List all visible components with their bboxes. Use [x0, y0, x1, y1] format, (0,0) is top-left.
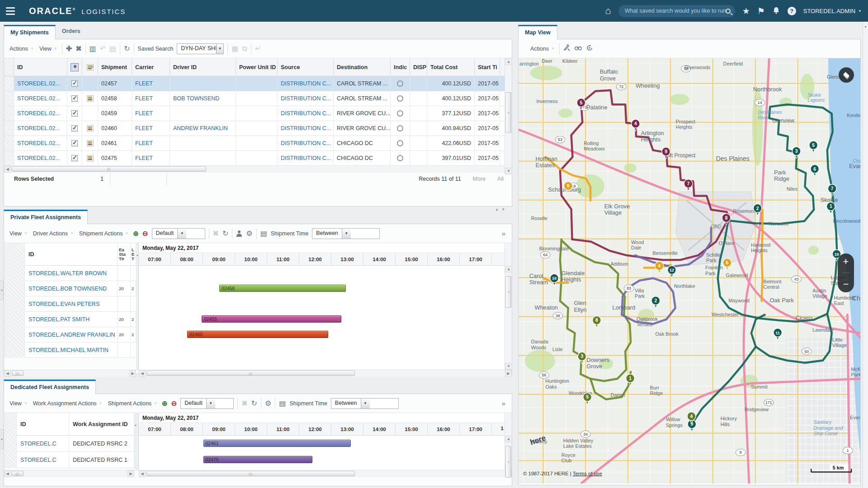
- zoom-in-button[interactable]: +: [838, 257, 854, 267]
- column-header-driver[interactable]: Driver ID: [170, 58, 236, 76]
- gantt-bar-02461[interactable]: 02461: [203, 440, 351, 447]
- scroll-left-icon[interactable]: ◀: [139, 370, 146, 377]
- column-header-gantt[interactable]: [82, 58, 98, 76]
- left-hscrollbar[interactable]: ◀|||▶: [4, 470, 134, 477]
- resource-link[interactable]: STOREDEL.WALTER BROWN: [28, 270, 107, 277]
- flag-icon[interactable]: ⚑: [757, 7, 765, 15]
- legend-list-icon[interactable]: ▤: [260, 230, 267, 237]
- resource-link[interactable]: STOREDEL.MICHAEL MARTIN: [28, 347, 108, 353]
- undo-icon[interactable]: ↶: [100, 45, 106, 52]
- actions-menu[interactable]: Actions▼: [529, 44, 556, 54]
- detach-icon[interactable]: ⧉: [242, 45, 247, 52]
- settings-gear-icon[interactable]: ⚙: [265, 400, 271, 407]
- table-row[interactable]: STOREDEL.02...02461FLEETDISTRIBUTION C..…: [4, 136, 512, 151]
- delete-icon[interactable]: ✖: [75, 45, 81, 52]
- scroll-left-icon[interactable]: ◀: [4, 470, 11, 477]
- cell-link-id[interactable]: STOREDEL.02...: [17, 110, 60, 117]
- map-tools-icon[interactable]: [563, 44, 571, 53]
- table-row[interactable]: STOREDEL.02...02459FLEETDISTRIBUTION C..…: [4, 106, 512, 121]
- tab-orders[interactable]: Orders: [56, 25, 87, 39]
- map-canvas[interactable]: 5872531419836438504317195634172arrington…: [519, 58, 860, 483]
- map-legend-binoculars-icon[interactable]: [574, 45, 582, 52]
- scroll-down-icon[interactable]: ▼: [505, 168, 512, 174]
- settings-gear-icon[interactable]: ⚙: [246, 230, 252, 237]
- search-icon[interactable]: [726, 9, 731, 14]
- table-icon[interactable]: ▦: [231, 45, 238, 52]
- help-icon[interactable]: ?: [788, 7, 796, 15]
- indicator-radio[interactable]: [397, 110, 403, 117]
- map-locate-routes-icon[interactable]: [586, 44, 593, 53]
- shipment-time-select[interactable]: Between▼: [312, 228, 380, 239]
- filter-select[interactable]: Default▼: [152, 228, 205, 239]
- gantt-bar-02475[interactable]: 02475: [203, 456, 312, 463]
- overflow-chevrons-icon[interactable]: »: [502, 230, 507, 237]
- gantt-bar-02460[interactable]: 02460: [187, 331, 328, 338]
- indicator-radio[interactable]: [397, 155, 403, 161]
- clear-icon[interactable]: ✖: [213, 230, 219, 237]
- user-menu[interactable]: STOREDEL.ADMIN ▼: [803, 8, 862, 14]
- cell-link-id[interactable]: STOREDEL.02...: [17, 125, 60, 131]
- gantt-resource-row[interactable]: STOREDEL.ANDREW FRANKLIN202: [4, 327, 136, 343]
- cell-link-driver[interactable]: ANDREW FRANKLIN: [173, 125, 228, 131]
- saved-search-select[interactable]: DYN-DAY SHIF ▼: [177, 43, 224, 54]
- column-header-source[interactable]: Source: [278, 58, 334, 76]
- terms-of-use-link[interactable]: Terms of use: [573, 471, 602, 476]
- tab-my-shipments[interactable]: My Shipments: [4, 25, 56, 39]
- row-checkbox[interactable]: [71, 125, 78, 131]
- left-hscrollbar[interactable]: ◀|||▶: [4, 370, 136, 377]
- cell-link-id[interactable]: STOREDEL.02...: [17, 155, 60, 161]
- cell-link-source[interactable]: DISTRIBUTION C...: [281, 80, 331, 87]
- scroll-right-icon[interactable]: ▶: [127, 470, 134, 477]
- tab-dedicated-fleet-assignments[interactable]: Dedicated Fleet Assignments: [4, 380, 96, 394]
- gantt-chart-area[interactable]: 0246102475: [139, 436, 505, 470]
- gantt-chart-area[interactable]: 024580245502460: [139, 266, 505, 370]
- cell-link-carrier[interactable]: FLEET: [135, 125, 153, 131]
- save-icon[interactable]: ▤: [109, 45, 116, 52]
- cell-link-carrier[interactable]: FLEET: [135, 155, 153, 161]
- row-checkbox[interactable]: [71, 140, 78, 146]
- table-row[interactable]: STOREDEL.02...02457FLEETDISTRIBUTION C..…: [4, 76, 512, 91]
- clear-icon[interactable]: ✖: [241, 400, 247, 407]
- cell-link-source[interactable]: DISTRIBUTION C...: [281, 140, 331, 146]
- shipment-actions-menu[interactable]: Shipment Actions▼: [78, 229, 130, 239]
- driver-icon[interactable]: [236, 230, 242, 237]
- indicator-radio[interactable]: [397, 95, 403, 102]
- chart-hscrollbar[interactable]: ◀|||▶: [139, 470, 512, 477]
- scroll-right-icon[interactable]: ▶: [505, 370, 512, 377]
- column-header-id[interactable]: ID: [14, 58, 67, 76]
- zoom-in-icon[interactable]: ⊕: [162, 400, 168, 407]
- scroll-up-icon[interactable]: ▲: [505, 58, 512, 65]
- shipment-actions-menu[interactable]: Shipment Actions▼: [107, 399, 159, 408]
- notifications-bell-icon[interactable]: [772, 6, 780, 16]
- resource-link[interactable]: STOREDEL.EVAN PETERS: [28, 301, 99, 307]
- cell-link-source[interactable]: DISTRIBUTION C...: [281, 110, 331, 117]
- table-row[interactable]: STOREDEL.02...02475FLEETDISTRIBUTION C..…: [4, 151, 512, 166]
- row-checkbox[interactable]: [71, 110, 78, 117]
- zoom-out-icon[interactable]: ⊖: [142, 230, 148, 237]
- column-header-power[interactable]: Power Unit ID: [236, 58, 278, 76]
- gantt-splitter[interactable]: [134, 436, 139, 470]
- route-line[interactable]: [762, 210, 763, 301]
- scroll-left-icon[interactable]: ◀: [4, 166, 11, 173]
- overflow-chevrons-icon[interactable]: »: [502, 399, 507, 407]
- column-header-chk[interactable]: [67, 58, 82, 76]
- cell-link-source[interactable]: DISTRIBUTION C...: [281, 125, 331, 131]
- refresh-icon[interactable]: ↻: [222, 230, 228, 237]
- column-header-indic[interactable]: Indic: [391, 58, 410, 76]
- cell-link-carrier[interactable]: FLEET: [135, 110, 153, 117]
- chart-hscrollbar[interactable]: ◀|||▶: [139, 370, 512, 377]
- cell-link-source[interactable]: DISTRIBUTION C...: [281, 155, 331, 161]
- cell-link-source[interactable]: DISTRIBUTION C...: [281, 95, 331, 102]
- column-header-cost[interactable]: Total Cost: [427, 58, 475, 76]
- tab-private-fleet-assignments[interactable]: Private Fleet Assignments: [4, 210, 88, 224]
- row-gantt-icon[interactable]: [87, 125, 94, 131]
- shipment-time-select[interactable]: Between▼: [331, 398, 399, 409]
- home-icon[interactable]: ⌂: [605, 6, 611, 16]
- refresh-icon[interactable]: ↻: [124, 45, 130, 52]
- cell-link-id[interactable]: STOREDEL.02...: [17, 95, 60, 102]
- resource-link[interactable]: STOREDEL.C: [20, 441, 57, 447]
- refresh-icon[interactable]: ↻: [251, 400, 257, 407]
- resource-link[interactable]: STOREDEL.BOB TOWNSEND: [28, 286, 107, 292]
- add-icon[interactable]: ✚: [66, 45, 72, 52]
- scroll-down-icon[interactable]: ▼: [505, 363, 512, 370]
